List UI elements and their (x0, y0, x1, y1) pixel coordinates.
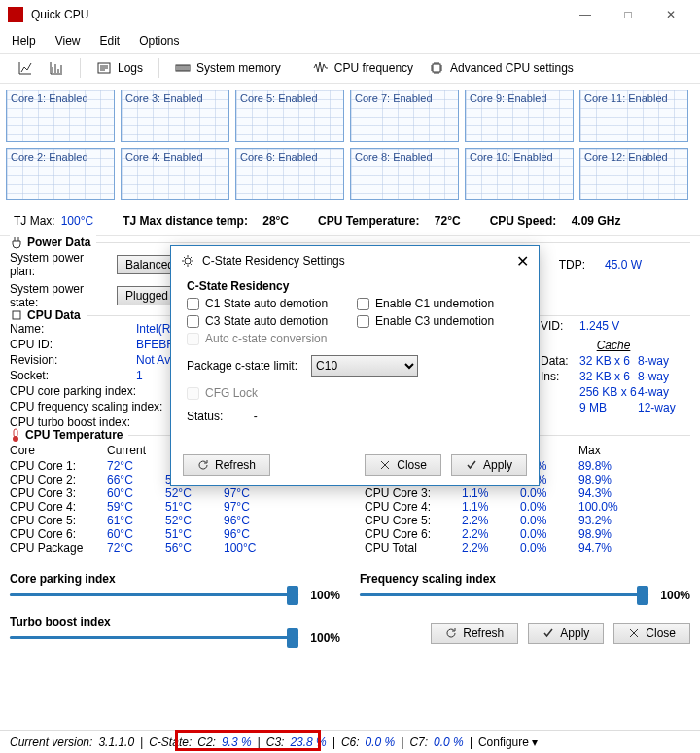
core-tile[interactable]: Core 1: Enabled (6, 90, 115, 142)
core-tile[interactable]: Core 8: Enabled (350, 148, 459, 200)
freq-scaling-slider-group: Frequency scaling index 100% (360, 572, 690, 603)
table-row: CPU Core 3:60°C52°C97°C (10, 486, 335, 500)
menu-help[interactable]: Help (12, 34, 36, 48)
core-tile[interactable]: Core 3: Enabled (121, 90, 229, 142)
apply-button[interactable]: Apply (528, 623, 604, 644)
c3-undemotion-checkbox[interactable]: Enable C3 undemotion (357, 314, 494, 328)
gear-icon (181, 254, 194, 268)
cpu-icon (10, 308, 23, 322)
core-tile[interactable]: Core 4: Enabled (121, 148, 229, 200)
core-tile[interactable]: Core 2: Enabled (6, 148, 115, 200)
core-tile[interactable]: Core 5: Enabled (235, 90, 344, 142)
c1-undemotion-checkbox[interactable]: Enable C1 undemotion (357, 297, 494, 310)
title-bar: Quick CPU — □ ✕ (0, 0, 700, 29)
turbo-boost-slider[interactable] (10, 630, 298, 646)
package-cstate-limit-select[interactable]: C10 (311, 355, 418, 376)
core-tile[interactable]: Core 6: Enabled (235, 148, 344, 200)
table-row: CPU Core 3:1.1%0.0%94.3% (365, 486, 690, 500)
table-row: CPU Core 6:2.2%0.0%98.9% (365, 527, 690, 541)
toolbar-system-memory[interactable]: System memory (169, 57, 287, 79)
svg-rect-2 (433, 64, 440, 72)
close-button[interactable]: ✕ (649, 0, 692, 29)
stats-row: TJ Max:100°C TJ Max distance temp: 28°C … (0, 206, 700, 236)
configure-dropdown[interactable]: Configure ▾ (478, 735, 538, 749)
table-row: CPU Package72°C56°C100°C (10, 541, 335, 555)
refresh-button[interactable]: Refresh (431, 623, 518, 644)
table-row: CPU Core 5:2.2%0.0%93.2% (365, 514, 690, 527)
turbo-boost-slider-group: Turbo boost index 100% (10, 615, 340, 646)
cstate-dialog: C-State Residency Settings ✕ C-State Res… (170, 245, 540, 486)
menu-view[interactable]: View (55, 34, 81, 48)
dialog-refresh-button[interactable]: Refresh (183, 454, 270, 476)
cpu-right-info: VID:1.245 V Cache Data:32 KB x 68-way In… (541, 272, 686, 416)
core-parking-slider-group: Core parking index 100% (10, 572, 340, 603)
app-icon (8, 7, 23, 22)
cfg-lock-checkbox: CFG Lock (187, 386, 258, 400)
tdp-value: 45.0 W (605, 258, 642, 271)
c1-demotion-checkbox[interactable]: C1 State auto demotion (187, 297, 328, 310)
freq-scaling-slider[interactable] (360, 588, 648, 603)
dialog-apply-button[interactable]: Apply (451, 454, 527, 476)
core-tile[interactable]: Core 9: Enabled (465, 90, 574, 142)
power-plan-label: System power plan: (10, 251, 107, 278)
separator (297, 58, 298, 78)
auto-conversion-checkbox: Auto c-state conversion (187, 332, 327, 345)
toolbar: Logs System memory CPU frequency Advance… (0, 53, 700, 84)
toolbar-cpu-frequency[interactable]: CPU frequency (307, 57, 419, 79)
toolbar-logs[interactable]: Logs (90, 57, 149, 79)
c3-demotion-checkbox[interactable]: C3 State auto demotion (187, 314, 328, 328)
window-title: Quick CPU (31, 8, 564, 21)
power-state-select[interactable]: Plugged (117, 286, 177, 305)
menu-bar: Help View Edit Options (0, 29, 700, 53)
core-parking-slider[interactable] (10, 588, 298, 603)
core-tile[interactable]: Core 10: Enabled (465, 148, 574, 200)
table-row: CPU Core 4:1.1%0.0%100.0% (365, 500, 690, 514)
tdp-label: TDP: (559, 258, 585, 271)
minimize-button[interactable]: — (564, 0, 607, 29)
dialog-close-button[interactable]: Close (365, 454, 441, 476)
table-row: CPU Core 6:60°C51°C96°C (10, 527, 335, 541)
svg-rect-3 (13, 311, 20, 319)
toolbar-advanced-cpu[interactable]: Advanced CPU settings (423, 57, 579, 79)
plug-icon (10, 235, 23, 249)
close-button-main[interactable]: Close (613, 623, 690, 644)
table-row: CPU Core 5:61°C52°C96°C (10, 514, 335, 527)
toolbar-graph1-icon[interactable] (12, 57, 39, 79)
svg-point-5 (13, 436, 18, 442)
separator (158, 58, 159, 78)
menu-edit[interactable]: Edit (99, 34, 120, 48)
core-tile[interactable]: Core 12: Enabled (579, 148, 688, 200)
table-row: CPU Total2.2%0.0%94.7% (365, 541, 690, 555)
table-row: CPU Core 4:59°C51°C97°C (10, 500, 335, 514)
dialog-title: C-State Residency Settings (202, 254, 345, 268)
core-grid: Core 1: Enabled Core 3: Enabled Core 5: … (0, 84, 700, 206)
tjmax-value[interactable]: 100°C (61, 214, 94, 228)
power-state-label: System power state: (10, 282, 107, 309)
core-tile[interactable]: Core 11: Enabled (579, 90, 688, 142)
menu-options[interactable]: Options (139, 34, 179, 48)
separator (80, 58, 81, 78)
core-tile[interactable]: Core 7: Enabled (350, 90, 459, 142)
maximize-button[interactable]: □ (607, 0, 649, 29)
svg-rect-4 (14, 429, 18, 437)
toolbar-graph2-icon[interactable] (43, 57, 70, 79)
dialog-close-icon[interactable]: ✕ (516, 252, 529, 270)
status-bar: Current version:3.1.1.0 | C-State: C2:9.… (0, 730, 700, 753)
thermometer-icon (10, 428, 21, 442)
svg-point-6 (185, 258, 191, 264)
